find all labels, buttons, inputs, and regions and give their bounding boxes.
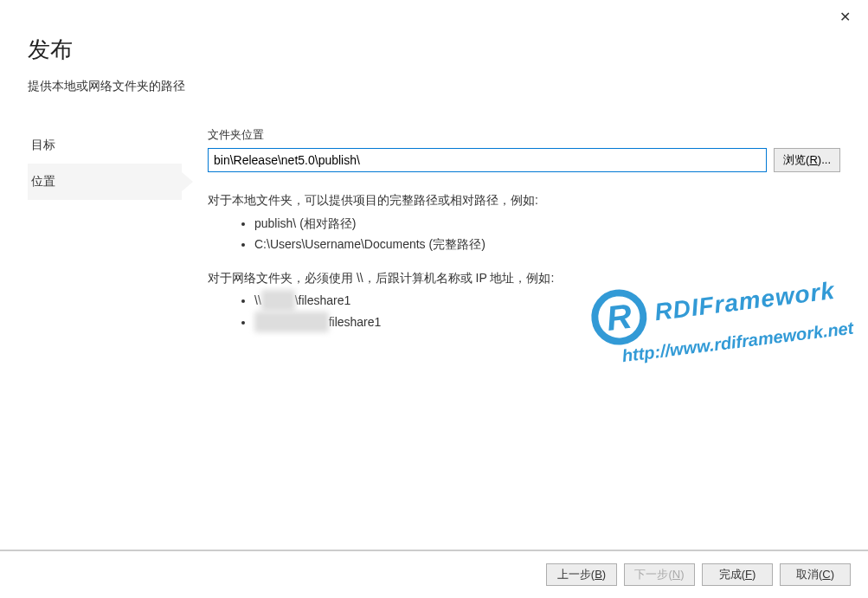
content: 目标 位置 文件夹位置 浏览(R)... 对于本地文件夹，可以提供项目的完整路径… — [0, 103, 868, 344]
folder-location-input[interactable] — [208, 148, 767, 172]
folder-location-label: 文件夹位置 — [208, 127, 840, 143]
close-button[interactable]: ✕ — [833, 7, 858, 28]
help-example-unc1: \\server\fileshare1 — [254, 290, 840, 312]
sidebar-item-target[interactable]: 目标 — [28, 127, 182, 164]
sidebar: 目标 位置 — [28, 127, 182, 344]
sidebar-item-location[interactable]: 位置 — [28, 164, 182, 200]
footer: 上一步(B) 下一步(N) 完成(F) 取消(C) — [0, 550, 868, 598]
help-local-intro: 对于本地文件夹，可以提供项目的完整路径或相对路径，例如: — [208, 190, 840, 211]
cancel-button[interactable]: 取消(C) — [780, 563, 851, 586]
help-network-intro: 对于网络文件夹，必须使用 \\，后跟计算机名称或 IP 地址，例如: — [208, 267, 840, 289]
next-button: 下一步(N) — [624, 563, 695, 586]
main-panel: 文件夹位置 浏览(R)... 对于本地文件夹，可以提供项目的完整路径或相对路径，… — [182, 127, 840, 344]
help-example-absolute: C:\Users\Username\Documents (完整路径) — [254, 234, 840, 255]
browse-button[interactable]: 浏览(R)... — [774, 148, 840, 172]
help-example-unc2: \\192.168.0.1\fileshare1 — [254, 312, 840, 333]
page-subtitle: 提供本地或网络文件夹的路径 — [28, 79, 840, 94]
back-button[interactable]: 上一步(B) — [546, 563, 617, 586]
help-text: 对于本地文件夹，可以提供项目的完整路径或相对路径，例如: publish\ (相… — [208, 190, 840, 332]
finish-button[interactable]: 完成(F) — [702, 563, 773, 586]
page-title: 发布 — [28, 35, 840, 65]
help-example-relative: publish\ (相对路径) — [254, 213, 840, 235]
header: 发布 提供本地或网络文件夹的路径 — [0, 0, 868, 103]
